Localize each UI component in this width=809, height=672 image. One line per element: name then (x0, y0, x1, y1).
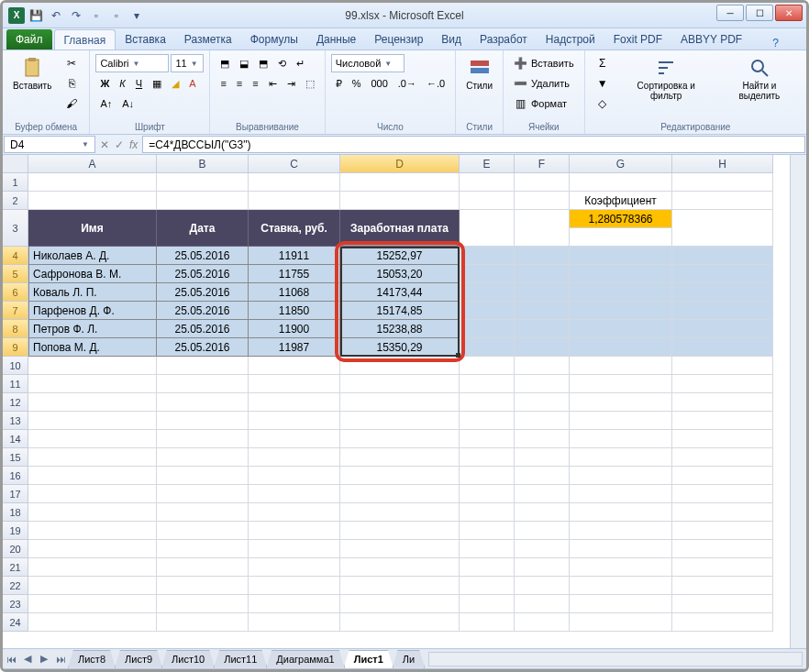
sheet-tab[interactable]: Лист11 (214, 650, 267, 668)
table-header[interactable]: Заработная плата (340, 210, 460, 247)
undo-button[interactable]: ↶ (47, 6, 65, 25)
cell[interactable] (672, 503, 773, 522)
cell[interactable] (157, 375, 249, 393)
copy-button[interactable]: ⎘ (60, 74, 83, 93)
cell-date[interactable]: 25.05.2016 (157, 283, 249, 302)
cell[interactable] (157, 192, 249, 210)
cell[interactable] (340, 448, 460, 467)
format-painter-button[interactable]: 🖌 (60, 94, 83, 113)
row-header-17[interactable]: 17 (3, 485, 28, 503)
sheet-tab[interactable]: Ли (393, 650, 425, 668)
cell[interactable] (340, 173, 460, 192)
row-header-23[interactable]: 23 (3, 595, 28, 613)
cell[interactable] (460, 522, 515, 540)
align-bottom-button[interactable]: ⬒ (254, 54, 272, 72)
cell[interactable] (460, 467, 515, 485)
cell[interactable] (157, 485, 249, 503)
cell[interactable] (515, 613, 570, 632)
cell[interactable] (515, 357, 570, 375)
shrink-font-button[interactable]: A↓ (117, 94, 139, 113)
cell[interactable] (570, 393, 672, 412)
cell[interactable] (157, 430, 249, 448)
border-button[interactable]: ▦ (148, 74, 166, 93)
align-right-button[interactable]: ≡ (248, 74, 262, 93)
align-top-button[interactable]: ⬒ (216, 54, 234, 72)
cell[interactable] (249, 577, 340, 595)
cell[interactable] (672, 558, 773, 577)
cell[interactable] (157, 503, 249, 522)
row-header-16[interactable]: 16 (3, 467, 28, 485)
cell[interactable] (460, 430, 515, 448)
cell[interactable] (570, 577, 672, 595)
cell[interactable] (460, 595, 515, 613)
cell[interactable] (672, 430, 773, 448)
cell[interactable] (515, 412, 570, 430)
cell[interactable] (157, 540, 249, 558)
cell-pay[interactable]: 15252,97 (340, 247, 460, 265)
tab-developer[interactable]: Разработ (471, 29, 537, 50)
close-button[interactable]: ✕ (775, 5, 803, 21)
save-button[interactable]: 💾 (27, 6, 45, 25)
minimize-button[interactable]: ─ (716, 5, 744, 21)
cell[interactable] (672, 265, 773, 283)
cell[interactable] (28, 393, 157, 412)
currency-button[interactable]: ₽ (331, 74, 347, 93)
cell[interactable] (249, 540, 340, 558)
row-header-3[interactable]: 3 (3, 210, 28, 247)
coef-value[interactable]: 1,280578366 (570, 210, 672, 228)
col-header-B[interactable]: B (157, 155, 249, 173)
cell[interactable] (672, 283, 773, 302)
cell[interactable] (157, 357, 249, 375)
tab-layout[interactable]: Разметка (175, 29, 241, 50)
font-color-button[interactable]: A (184, 74, 200, 93)
row-header-10[interactable]: 10 (3, 357, 28, 375)
row-header-2[interactable]: 2 (3, 192, 28, 210)
cell-rate[interactable]: 11987 (249, 338, 340, 357)
cell[interactable] (570, 485, 672, 503)
cell-rate[interactable]: 11850 (249, 302, 340, 320)
cell[interactable] (672, 192, 773, 210)
cell-name[interactable]: Парфенов Д. Ф. (28, 302, 157, 320)
cell[interactable] (570, 320, 672, 338)
cell[interactable] (28, 173, 157, 192)
cell[interactable] (28, 192, 157, 210)
cell-date[interactable]: 25.05.2016 (157, 247, 249, 265)
tab-addins[interactable]: Надстрой (537, 29, 604, 50)
cell[interactable] (340, 503, 460, 522)
cell[interactable] (460, 613, 515, 632)
tab-data[interactable]: Данные (307, 29, 365, 50)
cell[interactable] (157, 448, 249, 467)
cell[interactable] (28, 412, 157, 430)
cell[interactable] (340, 485, 460, 503)
cell[interactable] (28, 430, 157, 448)
table-header[interactable]: Ставка, руб. (249, 210, 340, 247)
cell[interactable] (249, 412, 340, 430)
cancel-formula-icon[interactable]: ✕ (100, 138, 109, 151)
cell-pay[interactable]: 14173,44 (340, 283, 460, 302)
font-name-combo[interactable]: Calibri▼ (95, 54, 169, 72)
bold-button[interactable]: Ж (95, 74, 114, 93)
cell[interactable] (515, 540, 570, 558)
cell-date[interactable]: 25.05.2016 (157, 320, 249, 338)
font-size-combo[interactable]: 11▼ (171, 54, 204, 72)
cell[interactable] (340, 375, 460, 393)
fx-icon[interactable]: fx (129, 138, 138, 151)
select-all-corner[interactable] (3, 155, 28, 173)
cell[interactable] (672, 467, 773, 485)
row-header-19[interactable]: 19 (3, 522, 28, 540)
cell-pay[interactable]: 15174,85 (340, 302, 460, 320)
cell[interactable] (249, 192, 340, 210)
orientation-button[interactable]: ⟲ (273, 54, 291, 72)
cell[interactable] (515, 302, 570, 320)
cell-name[interactable]: Николаев А. Д. (28, 247, 157, 265)
paste-button[interactable]: Вставить (8, 54, 56, 94)
cell[interactable] (249, 558, 340, 577)
autosum-button[interactable]: Σ (591, 54, 615, 72)
cell[interactable] (340, 430, 460, 448)
cell[interactable] (672, 595, 773, 613)
row-header-13[interactable]: 13 (3, 412, 28, 430)
col-header-H[interactable]: H (672, 155, 773, 173)
maximize-button[interactable]: ☐ (746, 5, 773, 21)
cell-date[interactable]: 25.05.2016 (157, 338, 249, 357)
cell-pay[interactable]: 15053,20 (340, 265, 460, 283)
